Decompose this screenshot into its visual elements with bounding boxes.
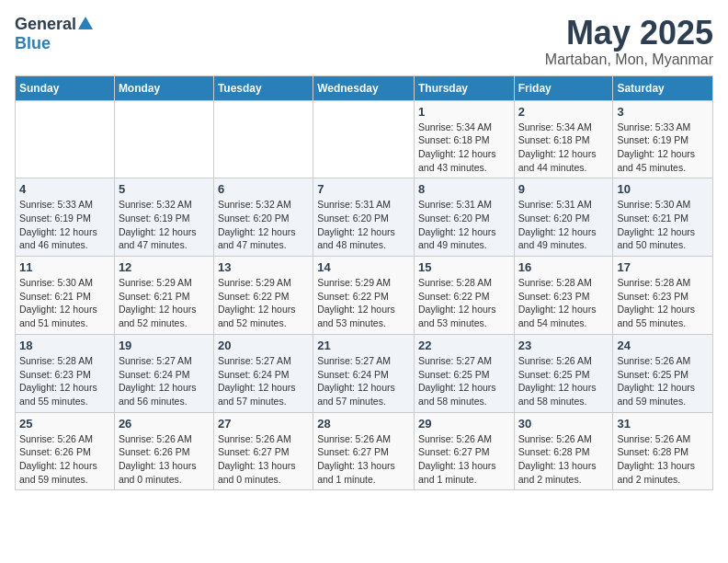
calendar-cell: 9Sunrise: 5:31 AM Sunset: 6:20 PM Daylig… <box>514 178 613 257</box>
day-info: Sunrise: 5:26 AM Sunset: 6:26 PM Dayligh… <box>19 432 110 487</box>
calendar-cell: 12Sunrise: 5:29 AM Sunset: 6:21 PM Dayli… <box>114 257 213 335</box>
day-info: Sunrise: 5:26 AM Sunset: 6:27 PM Dayligh… <box>418 432 510 487</box>
column-header-sunday: Sunday <box>16 75 115 100</box>
day-number: 14 <box>317 260 410 274</box>
calendar-cell: 22Sunrise: 5:27 AM Sunset: 6:25 PM Dayli… <box>414 334 514 412</box>
day-info: Sunrise: 5:28 AM Sunset: 6:22 PM Dayligh… <box>418 276 510 330</box>
logo-general-text: General <box>15 16 76 34</box>
calendar-cell: 30Sunrise: 5:26 AM Sunset: 6:28 PM Dayli… <box>514 412 613 490</box>
calendar-cell: 25Sunrise: 5:26 AM Sunset: 6:26 PM Dayli… <box>16 412 115 490</box>
day-number: 26 <box>119 417 210 431</box>
header-row: SundayMondayTuesdayWednesdayThursdayFrid… <box>16 75 713 100</box>
page-header: General Blue May 2025 Martaban, Mon, Mya… <box>15 15 713 68</box>
calendar-table: SundayMondayTuesdayWednesdayThursdayFrid… <box>15 75 713 491</box>
day-info: Sunrise: 5:26 AM Sunset: 6:28 PM Dayligh… <box>617 432 709 487</box>
day-info: Sunrise: 5:29 AM Sunset: 6:21 PM Dayligh… <box>119 276 210 330</box>
day-number: 12 <box>119 260 210 274</box>
day-info: Sunrise: 5:27 AM Sunset: 6:25 PM Dayligh… <box>418 354 510 408</box>
week-row-1: 1Sunrise: 5:34 AM Sunset: 6:18 PM Daylig… <box>16 100 713 178</box>
day-number: 27 <box>218 417 309 431</box>
svg-marker-0 <box>78 17 93 29</box>
day-number: 30 <box>518 417 609 431</box>
day-number: 10 <box>617 182 709 196</box>
day-info: Sunrise: 5:26 AM Sunset: 6:27 PM Dayligh… <box>218 432 309 487</box>
calendar-cell: 31Sunrise: 5:26 AM Sunset: 6:28 PM Dayli… <box>613 412 713 490</box>
calendar-cell: 18Sunrise: 5:28 AM Sunset: 6:23 PM Dayli… <box>16 334 115 412</box>
day-number: 4 <box>19 182 110 196</box>
calendar-cell: 3Sunrise: 5:33 AM Sunset: 6:19 PM Daylig… <box>613 100 713 178</box>
day-info: Sunrise: 5:26 AM Sunset: 6:26 PM Dayligh… <box>119 432 210 487</box>
day-info: Sunrise: 5:31 AM Sunset: 6:20 PM Dayligh… <box>418 198 510 252</box>
day-number: 17 <box>617 260 709 274</box>
calendar-cell: 5Sunrise: 5:32 AM Sunset: 6:19 PM Daylig… <box>114 178 213 257</box>
calendar-cell: 15Sunrise: 5:28 AM Sunset: 6:22 PM Dayli… <box>414 257 514 335</box>
day-number: 11 <box>19 260 110 274</box>
calendar-cell: 2Sunrise: 5:34 AM Sunset: 6:18 PM Daylig… <box>514 100 613 178</box>
calendar-cell <box>313 100 415 178</box>
day-number: 20 <box>218 339 309 352</box>
day-info: Sunrise: 5:26 AM Sunset: 6:25 PM Dayligh… <box>518 354 609 408</box>
day-number: 29 <box>418 417 510 431</box>
title-block: May 2025 Martaban, Mon, Myanmar <box>545 15 713 68</box>
day-number: 23 <box>518 339 609 352</box>
calendar-cell: 19Sunrise: 5:27 AM Sunset: 6:24 PM Dayli… <box>114 334 213 412</box>
day-info: Sunrise: 5:33 AM Sunset: 6:19 PM Dayligh… <box>19 198 110 252</box>
day-info: Sunrise: 5:26 AM Sunset: 6:25 PM Dayligh… <box>617 354 709 408</box>
calendar-cell: 20Sunrise: 5:27 AM Sunset: 6:24 PM Dayli… <box>213 334 313 412</box>
logo-icon <box>78 15 95 31</box>
day-number: 7 <box>317 182 410 196</box>
column-header-wednesday: Wednesday <box>313 75 415 100</box>
day-number: 19 <box>119 339 210 352</box>
day-info: Sunrise: 5:33 AM Sunset: 6:19 PM Dayligh… <box>617 121 709 175</box>
calendar-cell: 1Sunrise: 5:34 AM Sunset: 6:18 PM Daylig… <box>414 100 514 178</box>
day-number: 2 <box>518 105 609 119</box>
calendar-cell: 23Sunrise: 5:26 AM Sunset: 6:25 PM Dayli… <box>514 334 613 412</box>
calendar-cell: 6Sunrise: 5:32 AM Sunset: 6:20 PM Daylig… <box>213 178 313 257</box>
calendar-cell: 13Sunrise: 5:29 AM Sunset: 6:22 PM Dayli… <box>213 257 313 335</box>
day-info: Sunrise: 5:30 AM Sunset: 6:21 PM Dayligh… <box>617 198 709 252</box>
day-number: 25 <box>19 417 110 431</box>
logo: General Blue <box>15 15 95 53</box>
day-info: Sunrise: 5:32 AM Sunset: 6:19 PM Dayligh… <box>119 198 210 252</box>
calendar-cell <box>213 100 313 178</box>
week-row-3: 11Sunrise: 5:30 AM Sunset: 6:21 PM Dayli… <box>16 257 713 335</box>
logo-blue-text: Blue <box>15 35 51 53</box>
week-row-4: 18Sunrise: 5:28 AM Sunset: 6:23 PM Dayli… <box>16 334 713 412</box>
column-header-friday: Friday <box>514 75 613 100</box>
day-number: 31 <box>617 417 709 431</box>
calendar-cell: 16Sunrise: 5:28 AM Sunset: 6:23 PM Dayli… <box>514 257 613 335</box>
day-number: 16 <box>518 260 609 274</box>
calendar-cell: 21Sunrise: 5:27 AM Sunset: 6:24 PM Dayli… <box>313 334 415 412</box>
day-number: 5 <box>119 182 210 196</box>
day-info: Sunrise: 5:26 AM Sunset: 6:28 PM Dayligh… <box>518 432 609 487</box>
day-info: Sunrise: 5:26 AM Sunset: 6:27 PM Dayligh… <box>317 432 410 487</box>
day-number: 13 <box>218 260 309 274</box>
day-number: 15 <box>418 260 510 274</box>
calendar-cell <box>16 100 115 178</box>
day-number: 3 <box>617 105 709 119</box>
day-number: 8 <box>418 182 510 196</box>
week-row-5: 25Sunrise: 5:26 AM Sunset: 6:26 PM Dayli… <box>16 412 713 490</box>
day-info: Sunrise: 5:29 AM Sunset: 6:22 PM Dayligh… <box>218 276 309 330</box>
day-info: Sunrise: 5:28 AM Sunset: 6:23 PM Dayligh… <box>19 354 110 408</box>
calendar-cell <box>114 100 213 178</box>
day-number: 21 <box>317 339 410 352</box>
day-info: Sunrise: 5:27 AM Sunset: 6:24 PM Dayligh… <box>119 354 210 408</box>
day-info: Sunrise: 5:31 AM Sunset: 6:20 PM Dayligh… <box>518 198 609 252</box>
calendar-cell: 27Sunrise: 5:26 AM Sunset: 6:27 PM Dayli… <box>213 412 313 490</box>
column-header-thursday: Thursday <box>414 75 514 100</box>
day-info: Sunrise: 5:28 AM Sunset: 6:23 PM Dayligh… <box>617 276 709 330</box>
calendar-cell: 29Sunrise: 5:26 AM Sunset: 6:27 PM Dayli… <box>414 412 514 490</box>
calendar-cell: 14Sunrise: 5:29 AM Sunset: 6:22 PM Dayli… <box>313 257 415 335</box>
column-header-tuesday: Tuesday <box>213 75 313 100</box>
calendar-cell: 24Sunrise: 5:26 AM Sunset: 6:25 PM Dayli… <box>613 334 713 412</box>
day-info: Sunrise: 5:27 AM Sunset: 6:24 PM Dayligh… <box>218 354 309 408</box>
page-title: May 2025 <box>545 15 713 52</box>
day-number: 9 <box>518 182 609 196</box>
day-number: 6 <box>218 182 309 196</box>
day-info: Sunrise: 5:30 AM Sunset: 6:21 PM Dayligh… <box>19 276 110 330</box>
day-number: 24 <box>617 339 709 352</box>
column-header-saturday: Saturday <box>613 75 713 100</box>
day-info: Sunrise: 5:32 AM Sunset: 6:20 PM Dayligh… <box>218 198 309 252</box>
day-info: Sunrise: 5:31 AM Sunset: 6:20 PM Dayligh… <box>317 198 410 252</box>
